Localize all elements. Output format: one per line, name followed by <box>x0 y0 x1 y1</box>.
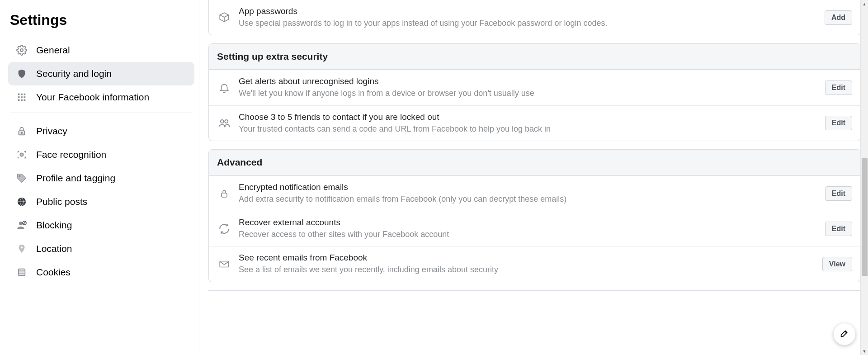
section-header: Setting up extra security <box>209 44 860 70</box>
sidebar-item-label: Cookies <box>36 267 71 278</box>
compose-icon <box>840 328 849 340</box>
row-encrypted-emails: Encrypted notification emails Add extra … <box>209 175 860 211</box>
section-header: Advanced <box>209 150 860 175</box>
bell-icon <box>217 80 231 95</box>
view-button[interactable]: View <box>822 257 852 271</box>
main-content: App passwords Use special passwords to l… <box>199 0 868 355</box>
sidebar-item-public-posts[interactable]: Public posts <box>8 190 194 213</box>
row-desc: Use special passwords to log in to your … <box>239 18 817 28</box>
sidebar-item-label: Profile and tagging <box>36 173 115 184</box>
row-app-passwords: App passwords Use special passwords to l… <box>209 0 860 35</box>
block-user-icon <box>15 219 28 232</box>
section-advanced: Advanced Encrypted notification emails A… <box>208 149 861 282</box>
friends-icon <box>217 116 231 130</box>
svg-rect-6 <box>24 96 26 98</box>
sidebar-item-privacy[interactable]: Privacy <box>8 119 194 143</box>
svg-point-18 <box>21 246 23 249</box>
svg-rect-24 <box>222 193 227 197</box>
sidebar-item-label: Privacy <box>36 126 67 137</box>
divider <box>10 113 193 113</box>
row-title: Encrypted notification emails <box>239 182 818 192</box>
svg-rect-19 <box>19 269 25 276</box>
grid-icon <box>15 91 28 104</box>
sidebar-item-your-info[interactable]: Your Facebook information <box>8 85 194 109</box>
svg-point-23 <box>225 120 228 123</box>
gear-icon <box>15 44 28 57</box>
settings-sidebar: Settings General Security and login Your… <box>0 0 199 355</box>
cookies-icon <box>15 266 28 279</box>
row-title: Choose 3 to 5 friends to contact if you … <box>239 112 818 122</box>
svg-rect-9 <box>24 99 26 101</box>
divider <box>208 290 861 291</box>
row-recent-emails: See recent emails from Facebook See a li… <box>209 246 860 281</box>
row-unrecognised-logins: Get alerts about unrecognised logins We'… <box>209 70 860 105</box>
add-button[interactable]: Add <box>825 10 852 25</box>
sidebar-item-profile-tag[interactable]: Profile and tagging <box>8 166 194 190</box>
row-desc: See a list of emails we sent you recentl… <box>239 264 815 275</box>
sidebar-item-cookies[interactable]: Cookies <box>8 260 194 284</box>
row-title: App passwords <box>239 6 817 16</box>
row-recover-external: Recover external accounts Recover access… <box>209 211 860 246</box>
scroll-down-arrow[interactable]: ▼ <box>861 347 868 355</box>
svg-rect-1 <box>18 94 20 95</box>
sidebar-item-blocking[interactable]: Blocking <box>8 213 194 237</box>
scroll-up-arrow[interactable]: ▲ <box>861 0 868 8</box>
sidebar-item-general[interactable]: General <box>8 38 194 62</box>
face-scan-icon <box>15 148 28 161</box>
row-desc: Recover access to other sites with your … <box>239 229 818 240</box>
svg-point-11 <box>21 132 23 133</box>
row-desc: Add extra security to notification email… <box>239 194 818 204</box>
svg-point-22 <box>221 120 224 123</box>
box-icon <box>217 10 231 25</box>
scrollbar[interactable]: ▲ ▼ <box>860 0 868 355</box>
compose-button[interactable] <box>834 323 855 345</box>
sidebar-item-security[interactable]: Security and login <box>8 62 194 85</box>
svg-rect-5 <box>21 96 23 98</box>
location-pin-icon <box>15 242 28 255</box>
envelope-icon <box>217 257 231 271</box>
sidebar-item-face[interactable]: Face recognition <box>8 143 194 166</box>
svg-rect-25 <box>220 261 229 267</box>
svg-rect-4 <box>18 96 20 98</box>
sidebar-item-location[interactable]: Location <box>8 237 194 260</box>
row-desc: Your trusted contacts can send a code an… <box>239 123 818 134</box>
sidebar-item-label: Face recognition <box>36 149 106 160</box>
section-extra-security: Setting up extra security Get alerts abo… <box>208 43 861 141</box>
svg-point-12 <box>20 153 23 156</box>
sidebar-item-label: Location <box>36 243 72 254</box>
sidebar-item-label: Blocking <box>36 220 72 231</box>
sidebar-item-label: General <box>36 45 70 56</box>
sidebar-item-label: Your Facebook information <box>36 92 149 103</box>
edit-button[interactable]: Edit <box>825 116 852 130</box>
row-title: Recover external accounts <box>239 218 818 227</box>
lock-icon <box>15 125 28 137</box>
edit-button[interactable]: Edit <box>825 80 852 95</box>
row-title: Get alerts about unrecognised logins <box>239 76 818 86</box>
shield-icon <box>15 67 28 80</box>
refresh-icon <box>217 222 231 236</box>
row-title: See recent emails from Facebook <box>239 253 815 263</box>
scrollbar-thumb[interactable] <box>862 158 868 276</box>
page-title: Settings <box>10 12 194 28</box>
svg-rect-7 <box>18 99 20 101</box>
row-trusted-contacts: Choose 3 to 5 friends to contact if you … <box>209 105 860 141</box>
globe-icon <box>15 195 28 208</box>
lock-icon <box>217 186 231 201</box>
sidebar-item-label: Security and login <box>36 68 112 79</box>
svg-point-0 <box>20 49 23 52</box>
row-desc: We'll let you know if anyone logs in fro… <box>239 88 818 99</box>
svg-point-13 <box>19 175 20 177</box>
svg-line-17 <box>24 222 26 224</box>
svg-rect-2 <box>21 94 23 95</box>
svg-rect-8 <box>21 99 23 101</box>
edit-button[interactable]: Edit <box>825 186 852 201</box>
sidebar-item-label: Public posts <box>36 196 87 207</box>
svg-rect-3 <box>24 94 26 95</box>
edit-button[interactable]: Edit <box>825 222 852 236</box>
svg-point-15 <box>19 222 23 225</box>
tag-icon <box>15 172 28 185</box>
